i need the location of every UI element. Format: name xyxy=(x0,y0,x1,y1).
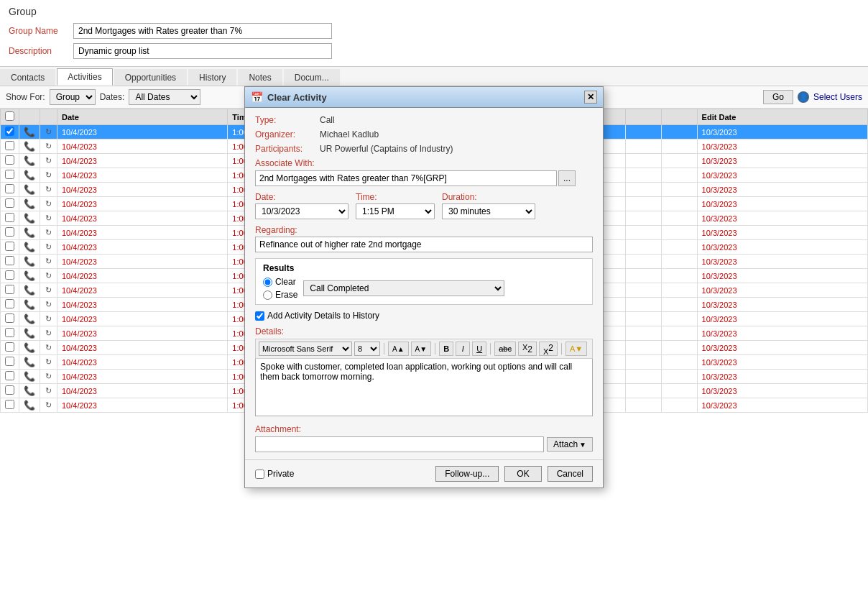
font-grow-button[interactable]: A▲ xyxy=(388,342,409,356)
result-type-select[interactable]: Call Completed xyxy=(303,280,504,296)
modal-close-button[interactable]: ✕ xyxy=(584,91,597,104)
fmt-sep-3 xyxy=(490,343,491,354)
attachment-row: Attach ▼ xyxy=(255,436,593,452)
date-field-group: Date: 10/3/2023 xyxy=(255,192,348,219)
private-label: Private xyxy=(267,469,294,479)
attachment-section: Attachment: Attach ▼ xyxy=(255,424,593,452)
clear-activity-dialog: 📅 Clear Activity ✕ Type: Call Organizer:… xyxy=(244,86,604,488)
modal-title-text: Clear Activity xyxy=(267,92,327,103)
organizer-label: Organizer: xyxy=(255,129,320,139)
time-field-group: Time: 1:15 PM xyxy=(356,192,435,219)
attach-label: Attach xyxy=(553,439,578,449)
font-family-select[interactable]: Microsoft Sans Serif xyxy=(259,342,352,356)
time-label: Time: xyxy=(356,192,435,202)
duration-label: Duration: xyxy=(442,192,535,202)
font-color-button[interactable]: A▼ xyxy=(565,342,587,356)
modal-titlebar: 📅 Clear Activity ✕ xyxy=(245,87,603,108)
italic-button[interactable]: I xyxy=(456,342,470,356)
participants-label: Participants: xyxy=(255,144,320,154)
associate-with-label: Associate With: xyxy=(255,158,593,168)
regarding-input[interactable] xyxy=(255,237,593,252)
result-radio-group: Clear Erase xyxy=(263,277,297,300)
fmt-sep-4 xyxy=(561,343,562,354)
erase-radio-row: Erase xyxy=(263,290,297,300)
fmt-sep-2 xyxy=(435,343,435,354)
modal-overlay: 📅 Clear Activity ✕ Type: Call Organizer:… xyxy=(0,0,868,609)
superscript-button[interactable]: X2 xyxy=(539,342,558,356)
regarding-label: Regarding: xyxy=(255,225,593,235)
details-section: Details: Microsoft Sans Serif 8 A▲ A▼ B xyxy=(255,326,593,418)
duration-field-group: Duration: 30 minutes xyxy=(442,192,535,219)
formatting-toolbar: Microsoft Sans Serif 8 A▲ A▼ B I U a xyxy=(255,339,593,359)
subscript-button[interactable]: X2 xyxy=(518,342,537,356)
add-activity-label: Add Activity Details to History xyxy=(267,311,379,321)
attach-dropdown-icon: ▼ xyxy=(579,441,586,449)
attachment-input[interactable] xyxy=(255,436,544,452)
participants-value: UR Powerful (Captains of Industry) xyxy=(320,144,453,154)
private-row: Private xyxy=(255,469,294,479)
clear-radio-row: Clear xyxy=(263,277,297,287)
duration-select[interactable]: 30 minutes xyxy=(442,203,535,219)
type-row: Type: Call xyxy=(255,115,593,125)
associate-browse-button[interactable]: ... xyxy=(558,170,576,186)
add-activity-checkbox[interactable] xyxy=(255,311,264,321)
bold-button[interactable]: B xyxy=(439,342,453,356)
regarding-section: Regarding: xyxy=(255,225,593,258)
results-title: Results xyxy=(263,263,585,273)
details-textarea[interactable]: Spoke with customer, completed loan appl… xyxy=(255,359,593,416)
modal-footer: Private Follow-up... OK Cancel xyxy=(245,459,603,487)
calendar-icon: 📅 xyxy=(251,91,263,103)
fmt-sep-1 xyxy=(384,343,384,354)
main-page: Group Group Name Description Contacts Ac… xyxy=(0,0,868,609)
font-shrink-button[interactable]: A▼ xyxy=(411,342,432,356)
participants-row: Participants: UR Powerful (Captains of I… xyxy=(255,144,593,154)
organizer-value: Michael Kadlub xyxy=(320,129,379,139)
clear-radio-label: Clear xyxy=(275,277,296,287)
font-size-select[interactable]: 8 xyxy=(354,342,380,356)
erase-radio-label: Erase xyxy=(275,290,297,300)
associate-input-row: ... xyxy=(255,170,593,186)
modal-title-left: 📅 Clear Activity xyxy=(251,91,327,103)
cancel-button[interactable]: Cancel xyxy=(548,466,593,482)
organizer-row: Organizer: Michael Kadlub xyxy=(255,129,593,139)
underline-button[interactable]: U xyxy=(472,342,486,356)
erase-radio[interactable] xyxy=(263,290,272,300)
results-section: Results Clear Erase xyxy=(255,258,593,305)
clear-radio[interactable] xyxy=(263,278,272,287)
private-checkbox[interactable] xyxy=(255,470,264,479)
followup-button[interactable]: Follow-up... xyxy=(435,466,499,482)
details-label: Details: xyxy=(255,326,593,336)
results-row: Clear Erase Call Completed xyxy=(263,277,585,300)
attach-button[interactable]: Attach ▼ xyxy=(547,437,593,452)
date-label: Date: xyxy=(255,192,348,202)
date-select[interactable]: 10/3/2023 xyxy=(255,203,348,219)
type-label: Type: xyxy=(255,115,320,125)
attachment-label: Attachment: xyxy=(255,424,593,434)
time-select[interactable]: 1:15 PM xyxy=(356,203,435,219)
modal-body: Type: Call Organizer: Michael Kadlub Par… xyxy=(245,108,603,459)
add-activity-row: Add Activity Details to History xyxy=(255,311,593,321)
ok-button[interactable]: OK xyxy=(504,466,541,482)
associate-section: Associate With: ... xyxy=(255,158,593,186)
date-time-duration-row: Date: 10/3/2023 Time: 1:15 PM Duration: xyxy=(255,192,593,219)
associate-with-input[interactable] xyxy=(255,170,557,186)
strikethrough-button[interactable]: abc xyxy=(494,342,516,356)
type-value: Call xyxy=(320,115,335,125)
